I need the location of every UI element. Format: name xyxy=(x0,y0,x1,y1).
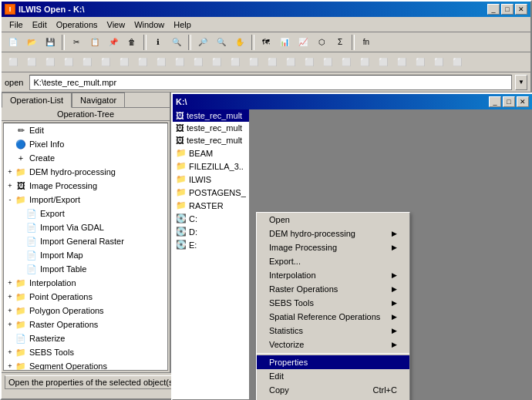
tree-item-rasterize[interactable]: 📄 Rasterize xyxy=(4,331,167,345)
ctx-vectorize[interactable]: Vectorize ▶ xyxy=(257,338,409,351)
tree-item-image-processing[interactable]: + 🖼 Image Processing xyxy=(4,179,167,193)
file-item-beam[interactable]: 📁 BEAM xyxy=(173,146,249,160)
minimize-button[interactable]: _ xyxy=(487,4,500,15)
ctx-sebs-tools[interactable]: SEBS Tools ▶ xyxy=(257,296,409,310)
file-item-1[interactable]: 🖼 teste_rec_mult xyxy=(173,122,249,134)
tool-1[interactable]: ⬜ xyxy=(5,54,22,71)
tree-item-sebs-tools[interactable]: + 📁 SEBS Tools xyxy=(4,345,167,359)
tool-5[interactable]: ⬜ xyxy=(79,54,96,71)
tree-item-pixel-info[interactable]: 🔵 Pixel Info xyxy=(4,137,167,151)
tree-item-import-gdal[interactable]: 📄 Import Via GDAL xyxy=(15,220,167,234)
ctx-delete[interactable]: Delete Del xyxy=(257,397,409,400)
inner-minimize-button[interactable]: _ xyxy=(489,96,501,107)
ctx-raster-operations[interactable]: Raster Operations ▶ xyxy=(257,282,409,296)
pixel-info-button[interactable]: 🔍 xyxy=(168,34,185,51)
tree-item-raster-operations[interactable]: + 📁 Raster Operations xyxy=(4,318,167,331)
paste-button[interactable]: 📌 xyxy=(105,34,122,51)
copy-button[interactable]: 📋 xyxy=(86,34,103,51)
tree-item-interpolation[interactable]: + 📁 Interpolation xyxy=(4,276,167,290)
tool-4[interactable]: ⬜ xyxy=(60,54,77,71)
tool-15[interactable]: ⬜ xyxy=(264,54,281,71)
tool-6[interactable]: ⬜ xyxy=(97,54,114,71)
inner-close-button[interactable]: ✕ xyxy=(517,96,529,107)
tool-20[interactable]: ⬜ xyxy=(356,54,373,71)
tool-19[interactable]: ⬜ xyxy=(338,54,355,71)
tool-21[interactable]: ⬜ xyxy=(375,54,392,71)
inner-maximize-button[interactable]: □ xyxy=(503,96,515,107)
new-button[interactable]: 📄 xyxy=(5,34,22,51)
delete-button[interactable]: 🗑 xyxy=(123,34,140,51)
fn-button[interactable]: fn xyxy=(358,34,375,51)
menu-view[interactable]: View xyxy=(103,18,130,31)
ctx-properties[interactable]: Properties xyxy=(257,355,409,369)
ctx-spatial-ref[interactable]: Spatial Reference Operations ▶ xyxy=(257,310,409,324)
tool-11[interactable]: ⬜ xyxy=(190,54,207,71)
ctx-export[interactable]: Export... xyxy=(257,254,409,268)
zoom-out-button[interactable]: 🔍 xyxy=(213,34,230,51)
menu-file[interactable]: File xyxy=(5,18,28,31)
tool-2[interactable]: ⬜ xyxy=(23,54,40,71)
tree-item-edit[interactable]: ✏ Edit xyxy=(4,123,167,137)
file-item-d[interactable]: 💽 D: xyxy=(173,225,249,238)
menu-operations[interactable]: Operations xyxy=(52,18,103,31)
tab-navigator[interactable]: Navigator xyxy=(72,92,125,107)
tool-12[interactable]: ⬜ xyxy=(208,54,225,71)
tool-14[interactable]: ⬜ xyxy=(245,54,262,71)
ctx-copy[interactable]: Copy Ctrl+C xyxy=(257,383,409,397)
open-button[interactable]: 📂 xyxy=(23,34,40,51)
file-item-0[interactable]: 🖼 teste_rec_mult xyxy=(173,109,249,122)
address-dropdown[interactable]: ▼ xyxy=(515,75,527,90)
file-item-filezilla[interactable]: 📁 FILEZILLA_3.. xyxy=(173,160,249,173)
tree-item-polygon-operations[interactable]: + 📁 Polygon Operations xyxy=(4,304,167,318)
properties-button[interactable]: ℹ xyxy=(150,34,167,51)
tool-7[interactable]: ⬜ xyxy=(116,54,133,71)
tool-23[interactable]: ⬜ xyxy=(412,54,429,71)
tree-item-point-operations[interactable]: + 📁 Point Operations xyxy=(4,290,167,304)
ctx-open[interactable]: Open xyxy=(257,213,409,227)
tool-13[interactable]: ⬜ xyxy=(227,54,244,71)
maximize-button[interactable]: □ xyxy=(501,4,513,15)
tree-item-import-export[interactable]: - 📁 Import/Export xyxy=(4,193,167,207)
file-item-raster[interactable]: 📁 RASTER xyxy=(173,199,249,212)
tool-24[interactable]: ⬜ xyxy=(430,54,447,71)
ctx-interpolation[interactable]: Interpolation ▶ xyxy=(257,268,409,282)
3d-button[interactable]: ⬡ xyxy=(313,34,330,51)
file-item-c[interactable]: 💽 C: xyxy=(173,212,249,225)
stats-button[interactable]: Σ xyxy=(332,34,348,51)
tool-22[interactable]: ⬜ xyxy=(393,54,410,71)
tool-17[interactable]: ⬜ xyxy=(301,54,318,71)
tree-view[interactable]: ✏ Edit 🔵 Pixel Info + Create + 📁 DEM hyd xyxy=(3,123,168,371)
file-item-e[interactable]: 💽 E: xyxy=(173,238,249,251)
tree-item-import-general[interactable]: 📄 Import General Raster xyxy=(15,234,167,248)
tree-item-import-table[interactable]: 📄 Import Table xyxy=(15,262,167,276)
tree-item-create[interactable]: + Create xyxy=(4,151,167,165)
tool-25[interactable]: ⬜ xyxy=(449,54,466,71)
tool-3[interactable]: ⬜ xyxy=(42,54,59,71)
ctx-image-processing[interactable]: Image Processing ▶ xyxy=(257,240,409,254)
file-item-postagens[interactable]: 📁 POSTAGENS_ xyxy=(173,186,249,199)
file-item-2[interactable]: 🖼 teste_rec_mult xyxy=(173,134,249,146)
save-button[interactable]: 💾 xyxy=(42,34,59,51)
tool-16[interactable]: ⬜ xyxy=(282,54,299,71)
file-item-ilwis[interactable]: 📁 ILWIS xyxy=(173,173,249,186)
tree-item-import-map[interactable]: 📄 Import Map xyxy=(15,248,167,262)
menu-help[interactable]: Help xyxy=(169,18,196,31)
ctx-edit[interactable]: Edit xyxy=(257,369,409,383)
file-list[interactable]: 🖼 teste_rec_mult 🖼 teste_rec_mult 🖼 test… xyxy=(173,109,250,399)
tab-operation-list[interactable]: Operation-List xyxy=(2,92,72,108)
tree-item-export[interactable]: 📄 Export xyxy=(15,207,167,220)
table-button[interactable]: 📊 xyxy=(276,34,293,51)
ctx-dem-hydro[interactable]: DEM hydro-processing ▶ xyxy=(257,227,409,240)
tool-18[interactable]: ⬜ xyxy=(319,54,336,71)
menu-window[interactable]: Window xyxy=(130,18,169,31)
tree-item-dem[interactable]: + 📁 DEM hydro-processing xyxy=(4,165,167,179)
tool-10[interactable]: ⬜ xyxy=(171,54,188,71)
address-input[interactable] xyxy=(29,75,512,90)
tool-9[interactable]: ⬜ xyxy=(153,54,170,71)
pan-button[interactable]: ✋ xyxy=(231,34,248,51)
menu-edit[interactable]: Edit xyxy=(28,18,52,31)
cut-button[interactable]: ✂ xyxy=(68,34,85,51)
map-button[interactable]: 🗺 xyxy=(258,34,274,51)
ctx-statistics[interactable]: Statistics ▶ xyxy=(257,324,409,338)
tool-8[interactable]: ⬜ xyxy=(134,54,151,71)
